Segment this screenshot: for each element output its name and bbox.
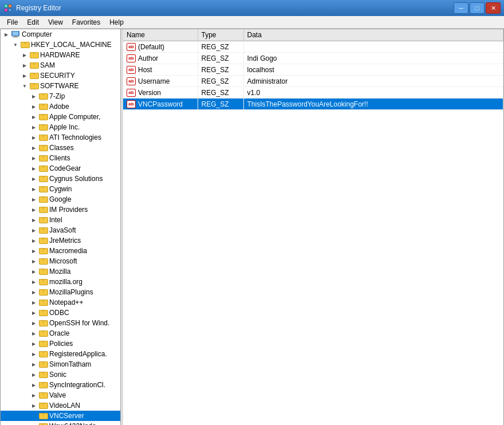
expander-notepadpp[interactable]	[29, 298, 38, 307]
column-header-data[interactable]: Data	[243, 29, 503, 41]
expander-mozilla[interactable]	[29, 267, 38, 276]
expander-oracle[interactable]	[29, 329, 38, 338]
expander-microsoft[interactable]	[29, 257, 38, 266]
tree-item-security[interactable]: SECURITY	[1, 70, 120, 81]
expander-mozillaorg[interactable]	[29, 277, 38, 286]
expander-google[interactable]	[29, 195, 38, 204]
tree-label-google: Google	[49, 195, 72, 203]
menu-edit[interactable]: Edit	[22, 17, 44, 27]
expander-regapps[interactable]	[29, 349, 38, 359]
tree-item-odbc[interactable]: ODBC	[1, 308, 120, 318]
tree-item-regapps[interactable]: RegisteredApplica.	[1, 349, 120, 359]
table-row[interactable]: abVNCPasswordREG_SZThisIsThePasswordYouA…	[123, 99, 503, 110]
tree-item-mozilla[interactable]: Mozilla	[1, 266, 120, 277]
expander-syncintegration[interactable]	[29, 380, 38, 389]
tree-item-clients[interactable]: Clients	[1, 153, 120, 163]
tree-item-hardware[interactable]: HARDWARE	[1, 50, 120, 60]
expander-valve[interactable]	[29, 391, 38, 400]
tree-item-google[interactable]: Google	[1, 194, 120, 204]
close-button[interactable]: ✕	[486, 2, 501, 14]
expander-odbc[interactable]	[29, 308, 38, 317]
tree-item-mozillaplugins[interactable]: MozillaPlugins	[1, 287, 120, 297]
tree-item-openssh[interactable]: OpenSSH for Wind.	[1, 318, 120, 328]
table-row[interactable]: abUsernameREG_SZAdministrator	[123, 76, 503, 87]
expander-hardware[interactable]	[20, 50, 29, 60]
expander-intel[interactable]	[29, 215, 38, 225]
table-row[interactable]: abHostREG_SZlocalhost	[123, 64, 503, 76]
folder-icon-simontatham	[38, 360, 48, 369]
expander-simontatham[interactable]	[29, 360, 38, 369]
tree-item-7zip[interactable]: 7-Zip	[1, 91, 120, 101]
expander-software[interactable]	[20, 81, 29, 90]
tree-item-javasoft[interactable]: JavaSoft	[1, 225, 120, 235]
tree-item-jremetrics[interactable]: JreMetrics	[1, 235, 120, 246]
tree-item-wow6432node[interactable]: Wow6432Node	[1, 421, 120, 425]
expander-apple-computer[interactable]	[29, 112, 38, 121]
folder-icon-apple-inc	[38, 123, 48, 132]
tree-item-cygnus[interactable]: Cygnus Solutions	[1, 174, 120, 184]
expander-videolan[interactable]	[29, 401, 38, 410]
expander-cygnus[interactable]	[29, 174, 38, 183]
tree-item-cygwin[interactable]: Cygwin	[1, 184, 120, 194]
expander-ati[interactable]	[29, 133, 38, 142]
tree-item-mozillaorg[interactable]: mozilla.org	[1, 277, 120, 287]
tree-item-microsoft[interactable]: Microsoft	[1, 256, 120, 266]
table-row[interactable]: abAuthorREG_SZIndi Gogo	[123, 53, 503, 64]
expander-improviders[interactable]	[29, 205, 38, 214]
column-header-type[interactable]: Type	[198, 29, 243, 41]
tree-label-microsoft: Microsoft	[49, 257, 77, 265]
expander-hklm[interactable]	[11, 40, 20, 49]
tree-item-apple-inc[interactable]: Apple Inc.	[1, 122, 120, 132]
tree-item-ati[interactable]: ATI Technologies	[1, 132, 120, 143]
table-row[interactable]: ab(Default)REG_SZ	[123, 41, 503, 53]
expander-javasoft[interactable]	[29, 226, 38, 235]
expander-jremetrics[interactable]	[29, 236, 38, 245]
column-header-name[interactable]: Name	[123, 29, 198, 41]
menu-file[interactable]: File	[2, 17, 22, 27]
menu-help[interactable]: Help	[105, 17, 128, 27]
tree-item-sam[interactable]: SAM	[1, 60, 120, 70]
tree-item-improviders[interactable]: IM Providers	[1, 204, 120, 215]
maximize-button[interactable]: □	[470, 2, 485, 14]
expander-adobe[interactable]	[29, 102, 38, 111]
registry-tree[interactable]: Computer HKEY_LOCAL_MACHINE HARDWARE SAM	[1, 29, 121, 425]
tree-item-hklm[interactable]: HKEY_LOCAL_MACHINE	[1, 40, 120, 50]
expander-clients[interactable]	[29, 154, 38, 163]
tree-item-intel[interactable]: Intel	[1, 215, 120, 225]
expander-sam[interactable]	[20, 61, 29, 70]
tree-item-syncintegration[interactable]: SyncIntegrationCl.	[1, 380, 120, 390]
tree-item-software[interactable]: SOFTWARE	[1, 81, 120, 91]
expander-7zip[interactable]	[29, 92, 38, 101]
menu-favorites[interactable]: Favorites	[68, 17, 105, 27]
tree-item-simontatham[interactable]: SimonTatham	[1, 359, 120, 369]
minimize-button[interactable]: ─	[454, 2, 468, 14]
tree-item-classes[interactable]: Classes	[1, 143, 120, 153]
expander-mozillaplugins[interactable]	[29, 288, 38, 297]
expander-macromedia[interactable]	[29, 246, 38, 255]
expander-openssh[interactable]	[29, 318, 38, 328]
tree-item-computer[interactable]: Computer	[1, 29, 120, 40]
expander-vncserver[interactable]	[29, 411, 38, 420]
tree-item-oracle[interactable]: Oracle	[1, 328, 120, 339]
tree-item-notepadpp[interactable]: Notepad++	[1, 297, 120, 308]
expander-apple-inc[interactable]	[29, 123, 38, 132]
menu-view[interactable]: View	[44, 17, 68, 27]
expander-cygwin[interactable]	[29, 184, 38, 194]
tree-item-macromedia[interactable]: Macromedia	[1, 246, 120, 256]
expander-classes[interactable]	[29, 143, 38, 152]
expander-wow6432node[interactable]	[29, 422, 38, 425]
tree-item-apple-computer[interactable]: Apple Computer,	[1, 112, 120, 122]
tree-item-sonic[interactable]: Sonic	[1, 369, 120, 380]
tree-item-adobe[interactable]: Adobe	[1, 101, 120, 112]
tree-item-codegear[interactable]: CodeGear	[1, 163, 120, 174]
expander-security[interactable]	[20, 71, 29, 80]
expander-computer[interactable]	[2, 30, 11, 39]
tree-item-videolan[interactable]: VideoLAN	[1, 400, 120, 411]
expander-sonic[interactable]	[29, 370, 38, 379]
tree-item-vncserver[interactable]: VNCServer	[1, 411, 120, 421]
expander-codegear[interactable]	[29, 164, 38, 173]
tree-item-policies[interactable]: Policies	[1, 339, 120, 349]
expander-policies[interactable]	[29, 339, 38, 348]
table-row[interactable]: abVersionREG_SZv1.0	[123, 87, 503, 99]
tree-item-valve[interactable]: Valve	[1, 390, 120, 400]
